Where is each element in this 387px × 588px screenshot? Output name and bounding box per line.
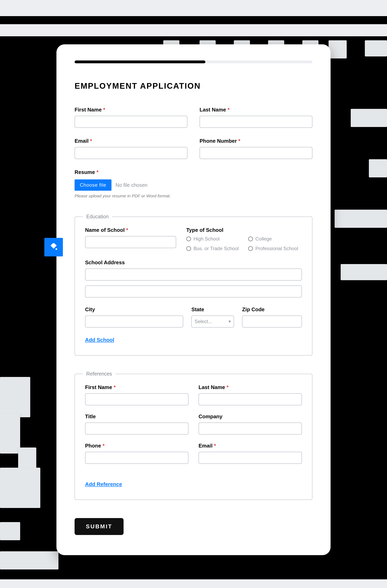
ref-phone-input[interactable] <box>85 452 188 464</box>
radio-icon <box>186 236 191 241</box>
references-legend: References <box>83 371 115 377</box>
phone-input[interactable] <box>200 147 312 159</box>
ref-last-name-input[interactable] <box>199 393 302 405</box>
school-address-label: School Address <box>85 259 302 266</box>
email-label: Email * <box>75 138 187 144</box>
ref-email-label: Email * <box>199 443 302 449</box>
radio-icon <box>248 236 253 241</box>
school-name-label: Name of School * <box>85 227 176 233</box>
state-placeholder: Select... <box>195 319 212 324</box>
ref-title-label: Title <box>85 413 188 420</box>
bg-tile <box>341 264 387 280</box>
ref-company-label: Company <box>199 413 302 420</box>
submit-button[interactable]: SUBMIT <box>75 518 123 535</box>
radio-icon <box>248 246 253 251</box>
choose-file-button[interactable]: Choose file <box>75 179 111 191</box>
education-legend: Education <box>83 214 112 220</box>
first-name-input[interactable] <box>75 116 187 128</box>
bg-tile <box>0 413 20 454</box>
phone-label: Phone Number * <box>200 138 312 144</box>
education-fieldset: Education Name of School * Type of Schoo… <box>75 216 312 356</box>
edit-handle-button[interactable] <box>44 238 63 256</box>
email-input[interactable] <box>75 147 187 159</box>
bg-tile <box>0 377 30 417</box>
bg-tile <box>351 109 387 127</box>
school-address-2-input[interactable] <box>85 285 302 297</box>
bg-tile <box>0 551 59 569</box>
zip-label: Zip Code <box>242 306 302 313</box>
last-name-input[interactable] <box>200 116 312 128</box>
state-label: State <box>191 306 234 313</box>
ref-last-name-label: Last Name * <box>199 384 302 390</box>
bg-tile <box>369 159 387 177</box>
add-school-link[interactable]: Add School <box>85 337 114 343</box>
references-fieldset: References First Name * Last Name * Titl… <box>75 374 312 500</box>
state-select[interactable]: Select... ▾ <box>191 315 234 328</box>
type-option-trade[interactable]: Bus. or Trade School <box>186 246 240 251</box>
bg-tile <box>335 210 387 228</box>
city-label: City <box>85 306 183 313</box>
resume-label: Resume * <box>75 169 312 175</box>
school-name-input[interactable] <box>85 236 176 248</box>
ref-email-input[interactable] <box>199 452 302 464</box>
ref-phone-label: Phone * <box>85 443 188 449</box>
resume-note: Please upload your resume in PDF or Word… <box>75 193 312 198</box>
top-strip <box>0 0 387 16</box>
gray-gap <box>0 24 387 36</box>
progress-fill <box>75 61 205 63</box>
first-name-label: First Name * <box>75 107 187 113</box>
city-input[interactable] <box>85 315 183 328</box>
stage: EMPLOYMENT APPLICATION First Name * Last… <box>0 36 387 579</box>
type-option-college[interactable]: College <box>248 236 302 242</box>
bg-tile <box>0 522 20 540</box>
ref-title-input[interactable] <box>85 422 188 435</box>
page-title: EMPLOYMENT APPLICATION <box>75 82 312 90</box>
type-option-highschool[interactable]: High School <box>186 236 240 242</box>
ref-company-input[interactable] <box>199 422 302 435</box>
radio-icon <box>186 246 191 251</box>
school-type-label: Type of School <box>186 227 302 233</box>
black-band <box>0 16 387 24</box>
svg-point-0 <box>55 248 57 250</box>
file-status: No file chosen <box>116 182 147 188</box>
ref-first-name-label: First Name * <box>85 384 188 390</box>
zip-input[interactable] <box>242 315 302 328</box>
chevron-down-icon: ▾ <box>229 319 231 324</box>
bg-tile <box>365 40 387 56</box>
bg-tile <box>328 40 347 59</box>
add-reference-link[interactable]: Add Reference <box>85 481 122 487</box>
ref-first-name-input[interactable] <box>85 393 188 405</box>
paint-bucket-icon <box>49 243 58 252</box>
bg-tile <box>0 468 40 508</box>
last-name-label: Last Name * <box>200 107 312 113</box>
progress-bar <box>75 61 312 63</box>
type-option-pro[interactable]: Professional School <box>248 246 302 251</box>
form-card: EMPLOYMENT APPLICATION First Name * Last… <box>57 44 330 555</box>
school-address-1-input[interactable] <box>85 269 302 281</box>
